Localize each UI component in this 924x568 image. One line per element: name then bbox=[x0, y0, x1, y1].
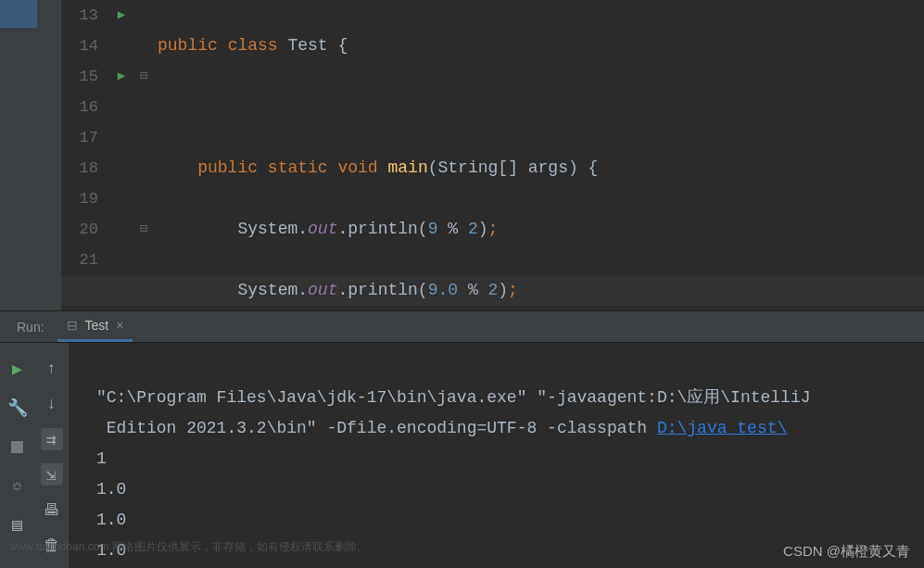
code-editor[interactable]: 13 14 15 16 17 18 19 20 21 22 23 ▶ ▶ ⊟ bbox=[61, 0, 924, 310]
console-line: 1.0 bbox=[96, 511, 126, 529]
field: out bbox=[308, 220, 337, 238]
rerun-button[interactable]: ▶ bbox=[6, 358, 29, 380]
editor-content[interactable]: public class Test { public static void m… bbox=[152, 0, 924, 310]
run-body: ▶ 🔧 ☼ ▤ ↑ ↓ ⇉ ⇲ 🖶 🗑 "C:\Program Files\Ja… bbox=[0, 343, 924, 568]
keyword: public bbox=[197, 158, 258, 177]
fold-gutter: ⊟ ⊟ ⊟ bbox=[135, 0, 152, 310]
dump-threads-button[interactable]: ☼ bbox=[6, 474, 29, 497]
run-tool-window: Run: ⊟ Test × ▶ 🔧 ☼ ▤ ↑ ↓ ⇉ ⇲ 🖶 🗑 bbox=[0, 310, 924, 568]
run-toolbar-left: ▶ 🔧 ☼ ▤ bbox=[0, 343, 34, 568]
up-stack-button[interactable]: ↑ bbox=[41, 358, 63, 380]
run-header: Run: ⊟ Test × bbox=[0, 311, 924, 343]
keyword: void bbox=[337, 158, 377, 177]
run-tab[interactable]: ⊟ Test × bbox=[57, 311, 133, 342]
watermark: CSDN @橘橙黄又青 bbox=[783, 543, 910, 561]
line-number[interactable]: 19 bbox=[61, 183, 98, 214]
keyword: class bbox=[228, 36, 278, 55]
line-number[interactable]: 16 bbox=[61, 92, 98, 122]
keyword: static bbox=[268, 158, 328, 177]
fold-close-icon[interactable]: ⊟ bbox=[135, 214, 152, 245]
line-number[interactable]: 15 bbox=[61, 61, 98, 92]
console-line: 1.0 bbox=[96, 480, 126, 499]
layout-button[interactable]: ▤ bbox=[6, 513, 29, 536]
field: out bbox=[308, 281, 337, 299]
close-tab-icon[interactable]: × bbox=[116, 318, 123, 333]
close: ) bbox=[498, 281, 508, 299]
run-main-icon[interactable]: ▶ bbox=[108, 61, 135, 92]
number: 9 bbox=[428, 220, 438, 238]
down-stack-button[interactable]: ↓ bbox=[41, 393, 63, 415]
stop-button[interactable] bbox=[6, 435, 29, 458]
console-output[interactable]: "C:\Program Files\Java\jdk-17\bin\java.e… bbox=[69, 343, 924, 568]
gutter-selection bbox=[0, 0, 37, 28]
line-number[interactable]: 18 bbox=[61, 153, 98, 183]
semicolon: ; bbox=[508, 281, 518, 299]
method: .println( bbox=[337, 281, 427, 299]
run-gutter: ▶ ▶ bbox=[108, 0, 135, 310]
brace: { bbox=[328, 36, 348, 55]
console-line: 1 bbox=[96, 449, 107, 468]
signature: (String[] args) { bbox=[428, 158, 599, 177]
editor-area: > 13 14 15 16 17 18 19 20 21 22 23 ▶ bbox=[0, 0, 924, 310]
project-tool-gutter: > bbox=[0, 0, 61, 310]
number: 2 bbox=[468, 220, 478, 238]
console-link[interactable]: D:\java_test\ bbox=[657, 419, 787, 437]
line-number[interactable]: 14 bbox=[61, 31, 98, 61]
call-prefix: System. bbox=[237, 220, 308, 238]
line-number[interactable]: 13 bbox=[61, 0, 98, 31]
method: .println( bbox=[337, 220, 427, 238]
edit-config-button[interactable]: 🔧 bbox=[6, 397, 29, 419]
call-prefix: System. bbox=[237, 281, 308, 299]
stop-icon bbox=[11, 441, 23, 453]
run-label: Run: bbox=[0, 320, 57, 334]
number: 9.0 bbox=[428, 281, 458, 299]
method-name: main bbox=[388, 158, 428, 177]
console-cmd: "C:\Program Files\Java\jdk-17\bin\java.e… bbox=[96, 388, 811, 407]
console-cmd: Edition 2021.3.2\bin" -Dfile.encoding=UT… bbox=[96, 419, 657, 437]
line-number-gutter: 13 14 15 16 17 18 19 20 21 22 23 bbox=[61, 0, 108, 310]
run-class-icon[interactable]: ▶ bbox=[108, 0, 135, 31]
close: ) bbox=[478, 220, 488, 238]
soft-wrap-button[interactable]: ⇉ bbox=[41, 428, 63, 450]
pin-icon[interactable]: ⊟ bbox=[67, 318, 78, 333]
line-number[interactable]: 23 bbox=[61, 306, 98, 310]
semicolon: ; bbox=[488, 220, 499, 238]
fold-marker-icon[interactable]: ⊟ bbox=[135, 61, 152, 92]
run-toolbar-right: ↑ ↓ ⇉ ⇲ 🖶 🗑 bbox=[34, 343, 69, 568]
line-number[interactable]: 20 bbox=[61, 214, 98, 245]
number: 2 bbox=[487, 281, 498, 299]
keyword: public bbox=[158, 36, 218, 55]
operator: % bbox=[458, 281, 487, 299]
scroll-end-button[interactable]: ⇲ bbox=[41, 463, 63, 486]
print-button[interactable]: 🖶 bbox=[41, 499, 63, 521]
tab-title: Test bbox=[85, 318, 109, 333]
watermark-source: www.toymoban.com 网络图片仅供展示，非存储，如有侵权请联系删除。 bbox=[9, 539, 368, 555]
line-number[interactable]: 17 bbox=[61, 122, 98, 153]
line-number[interactable]: 21 bbox=[61, 245, 98, 275]
operator: % bbox=[437, 220, 467, 238]
class-name: Test bbox=[287, 36, 327, 55]
